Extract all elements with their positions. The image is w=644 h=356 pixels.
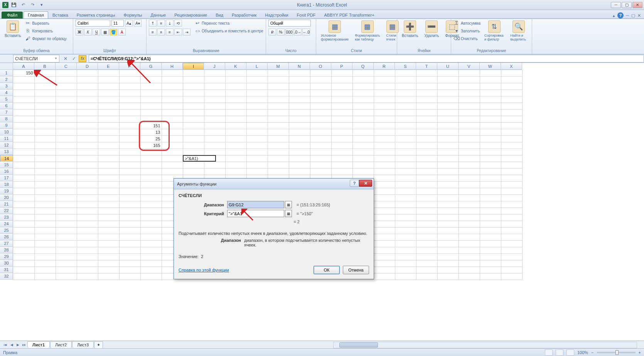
- underline-button[interactable]: Ч: [93, 29, 100, 35]
- row-header-7[interactable]: 7: [0, 109, 13, 116]
- cell-U30[interactable]: [437, 260, 459, 267]
- cell-D23[interactable]: [77, 214, 98, 221]
- cell-E13[interactable]: [98, 148, 119, 155]
- cell-G26[interactable]: [140, 234, 162, 240]
- cell-X12[interactable]: [501, 142, 522, 148]
- cell-B17[interactable]: [34, 175, 56, 181]
- cell-T6[interactable]: [416, 103, 437, 109]
- row-header-10[interactable]: 10: [0, 129, 13, 135]
- cell-W27[interactable]: [480, 240, 501, 247]
- cell-F23[interactable]: [119, 214, 140, 221]
- col-header-F[interactable]: F: [119, 63, 140, 70]
- cell-C1[interactable]: [56, 70, 77, 76]
- cell-K13[interactable]: [225, 148, 246, 155]
- cell-M14[interactable]: [268, 155, 289, 162]
- cell-X6[interactable]: [501, 103, 522, 109]
- cell-D19[interactable]: [77, 188, 98, 194]
- cell-E18[interactable]: [98, 181, 119, 188]
- cell-B18[interactable]: [34, 181, 56, 188]
- cell-W29[interactable]: [480, 253, 501, 260]
- cell-E14[interactable]: [98, 155, 119, 162]
- cell-E5[interactable]: [98, 96, 119, 103]
- cell-W2[interactable]: [480, 76, 501, 83]
- cell-V2[interactable]: [459, 76, 480, 83]
- cell-W30[interactable]: [480, 260, 501, 267]
- row-header-15[interactable]: 15: [0, 162, 13, 168]
- cell-S5[interactable]: [395, 96, 416, 103]
- cell-W28[interactable]: [480, 247, 501, 253]
- cell-C31[interactable]: [56, 267, 77, 273]
- row-header-27[interactable]: 27: [0, 240, 13, 247]
- cell-E20[interactable]: [98, 194, 119, 201]
- cell-U27[interactable]: [437, 240, 459, 247]
- cell-F29[interactable]: [119, 253, 140, 260]
- row-header-3[interactable]: 3: [0, 83, 13, 89]
- cell-C13[interactable]: [56, 148, 77, 155]
- cell-X16[interactable]: [501, 168, 522, 175]
- cell-B9[interactable]: [34, 122, 56, 129]
- cell-R16[interactable]: [374, 168, 395, 175]
- cell-I4[interactable]: [183, 89, 204, 96]
- cell-H8[interactable]: [162, 116, 183, 122]
- cell-X8[interactable]: [501, 116, 522, 122]
- cell-M4[interactable]: [268, 89, 289, 96]
- cell-F2[interactable]: [119, 76, 140, 83]
- cell-J8[interactable]: [204, 116, 225, 122]
- cell-A29[interactable]: [13, 253, 34, 260]
- cell-N7[interactable]: [289, 109, 310, 116]
- cell-S28[interactable]: [395, 247, 416, 253]
- cell-P9[interactable]: [331, 122, 352, 129]
- new-sheet-button[interactable]: ✦: [94, 341, 103, 348]
- cell-I15[interactable]: [183, 162, 204, 168]
- cell-W15[interactable]: [480, 162, 501, 168]
- cell-V15[interactable]: [459, 162, 480, 168]
- cell-X23[interactable]: [501, 214, 522, 221]
- cell-W21[interactable]: [480, 201, 501, 208]
- cell-U26[interactable]: [437, 234, 459, 240]
- minimize-button[interactable]: ─: [611, 2, 621, 8]
- cell-X17[interactable]: [501, 175, 522, 181]
- cell-U19[interactable]: [437, 188, 459, 194]
- cell-B24[interactable]: [34, 221, 56, 227]
- cell-P2[interactable]: [331, 76, 352, 83]
- cell-M9[interactable]: [268, 122, 289, 129]
- cell-G12[interactable]: 165: [140, 142, 162, 148]
- cell-U31[interactable]: [437, 267, 459, 273]
- cell-F4[interactable]: [119, 89, 140, 96]
- cell-U14[interactable]: [437, 155, 459, 162]
- col-header-H[interactable]: H: [162, 63, 183, 70]
- cancel-formula-button[interactable]: ✕: [62, 55, 69, 62]
- col-header-S[interactable]: S: [395, 63, 416, 70]
- zoom-out-button[interactable]: −: [591, 350, 593, 355]
- arg2-input[interactable]: [227, 210, 284, 217]
- cell-W22[interactable]: [480, 208, 501, 214]
- cell-U25[interactable]: [437, 227, 459, 234]
- cell-U2[interactable]: [437, 76, 459, 83]
- cell-F17[interactable]: [119, 175, 140, 181]
- cell-D6[interactable]: [77, 103, 98, 109]
- number-format-select[interactable]: [268, 20, 311, 27]
- cell-A30[interactable]: [13, 260, 34, 267]
- cell-M11[interactable]: [268, 135, 289, 142]
- cell-D10[interactable]: [77, 129, 98, 135]
- cell-X13[interactable]: [501, 148, 522, 155]
- cell-T23[interactable]: [416, 214, 437, 221]
- cell-L3[interactable]: [246, 83, 268, 89]
- cell-T18[interactable]: [416, 181, 437, 188]
- cell-F14[interactable]: [119, 155, 140, 162]
- cell-B4[interactable]: [34, 89, 56, 96]
- cell-R3[interactable]: [374, 83, 395, 89]
- cell-V4[interactable]: [459, 89, 480, 96]
- cell-H10[interactable]: [162, 129, 183, 135]
- cell-P15[interactable]: [331, 162, 352, 168]
- cell-K10[interactable]: [225, 129, 246, 135]
- dialog-close-button[interactable]: ✕: [359, 180, 372, 187]
- row-header-13[interactable]: 13: [0, 148, 13, 155]
- cell-M13[interactable]: [268, 148, 289, 155]
- cell-A1[interactable]: 150: [13, 70, 34, 76]
- col-header-N[interactable]: N: [289, 63, 310, 70]
- horizontal-scrollbar[interactable]: [333, 342, 637, 348]
- cell-Q13[interactable]: [352, 148, 374, 155]
- currency-button[interactable]: ₽: [268, 29, 276, 35]
- cell-B19[interactable]: [34, 188, 56, 194]
